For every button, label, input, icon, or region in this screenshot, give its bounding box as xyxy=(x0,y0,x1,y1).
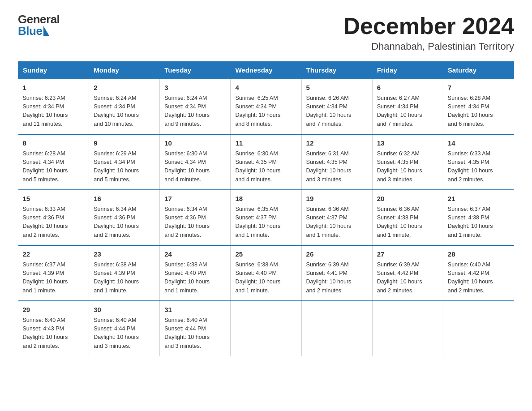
day-number: 4 xyxy=(235,83,296,93)
calendar-day-cell: 12Sunrise: 6:31 AMSunset: 4:35 PMDayligh… xyxy=(301,134,372,190)
day-info: Sunrise: 6:37 AMSunset: 4:39 PMDaylight:… xyxy=(23,261,85,295)
day-info: Sunrise: 6:40 AMSunset: 4:44 PMDaylight:… xyxy=(94,316,155,351)
day-number: 3 xyxy=(164,83,226,93)
day-number: 26 xyxy=(306,249,368,260)
title-area: December 2024 Dhannabah, Palestinian Ter… xyxy=(343,13,514,52)
day-number: 10 xyxy=(164,138,226,149)
calendar-day-cell: 5Sunrise: 6:26 AMSunset: 4:34 PMDaylight… xyxy=(301,79,372,134)
calendar-day-cell: 16Sunrise: 6:34 AMSunset: 4:36 PMDayligh… xyxy=(89,190,160,245)
calendar-day-cell: 14Sunrise: 6:33 AMSunset: 4:35 PMDayligh… xyxy=(443,134,514,190)
day-info: Sunrise: 6:35 AMSunset: 4:37 PMDaylight:… xyxy=(235,205,296,240)
day-number: 29 xyxy=(23,305,85,315)
day-header-friday: Friday xyxy=(372,62,443,79)
calendar-week-row: 8Sunrise: 6:28 AMSunset: 4:34 PMDaylight… xyxy=(18,134,514,190)
day-info: Sunrise: 6:38 AMSunset: 4:40 PMDaylight:… xyxy=(164,261,226,295)
day-info: Sunrise: 6:29 AMSunset: 4:34 PMDaylight:… xyxy=(94,150,155,184)
day-info: Sunrise: 6:40 AMSunset: 4:43 PMDaylight:… xyxy=(23,316,85,351)
day-info: Sunrise: 6:33 AMSunset: 4:36 PMDaylight:… xyxy=(23,205,85,240)
calendar-day-cell: 4Sunrise: 6:25 AMSunset: 4:34 PMDaylight… xyxy=(231,79,301,134)
day-info: Sunrise: 6:28 AMSunset: 4:34 PMDaylight:… xyxy=(448,94,510,129)
day-info: Sunrise: 6:27 AMSunset: 4:34 PMDaylight:… xyxy=(377,94,438,129)
day-info: Sunrise: 6:34 AMSunset: 4:36 PMDaylight:… xyxy=(164,205,226,240)
day-number: 6 xyxy=(377,83,438,93)
calendar-week-row: 15Sunrise: 6:33 AMSunset: 4:36 PMDayligh… xyxy=(18,190,514,245)
day-number: 21 xyxy=(448,194,510,204)
calendar-day-cell: 17Sunrise: 6:34 AMSunset: 4:36 PMDayligh… xyxy=(160,190,231,245)
day-number: 8 xyxy=(23,138,85,149)
day-number: 16 xyxy=(94,194,155,204)
day-number: 11 xyxy=(235,138,296,149)
day-info: Sunrise: 6:37 AMSunset: 4:38 PMDaylight:… xyxy=(448,205,510,240)
calendar-day-cell: 13Sunrise: 6:32 AMSunset: 4:35 PMDayligh… xyxy=(372,134,443,190)
calendar-day-cell: 8Sunrise: 6:28 AMSunset: 4:34 PMDaylight… xyxy=(18,134,89,190)
day-number: 31 xyxy=(164,305,226,315)
calendar-day-cell: 9Sunrise: 6:29 AMSunset: 4:34 PMDaylight… xyxy=(89,134,160,190)
day-number: 19 xyxy=(306,194,368,204)
calendar-day-cell: 10Sunrise: 6:30 AMSunset: 4:34 PMDayligh… xyxy=(160,134,231,190)
calendar-day-cell: 7Sunrise: 6:28 AMSunset: 4:34 PMDaylight… xyxy=(443,79,514,134)
day-info: Sunrise: 6:23 AMSunset: 4:34 PMDaylight:… xyxy=(23,94,85,129)
day-info: Sunrise: 6:36 AMSunset: 4:38 PMDaylight:… xyxy=(377,205,438,240)
day-info: Sunrise: 6:36 AMSunset: 4:37 PMDaylight:… xyxy=(306,205,368,240)
calendar-empty-cell xyxy=(372,301,443,356)
day-info: Sunrise: 6:30 AMSunset: 4:34 PMDaylight:… xyxy=(164,150,226,184)
day-info: Sunrise: 6:38 AMSunset: 4:40 PMDaylight:… xyxy=(235,261,296,295)
day-info: Sunrise: 6:40 AMSunset: 4:44 PMDaylight:… xyxy=(164,316,226,351)
day-number: 30 xyxy=(94,305,155,315)
day-number: 7 xyxy=(448,83,510,93)
day-number: 22 xyxy=(23,249,85,260)
day-number: 15 xyxy=(23,194,85,204)
day-number: 2 xyxy=(94,83,155,93)
calendar-day-cell: 31Sunrise: 6:40 AMSunset: 4:44 PMDayligh… xyxy=(160,301,231,356)
day-info: Sunrise: 6:25 AMSunset: 4:34 PMDaylight:… xyxy=(235,94,296,129)
day-number: 28 xyxy=(448,249,510,260)
day-info: Sunrise: 6:26 AMSunset: 4:34 PMDaylight:… xyxy=(306,94,368,129)
calendar-week-row: 29Sunrise: 6:40 AMSunset: 4:43 PMDayligh… xyxy=(18,301,514,356)
day-info: Sunrise: 6:38 AMSunset: 4:39 PMDaylight:… xyxy=(94,261,155,295)
calendar-day-cell: 22Sunrise: 6:37 AMSunset: 4:39 PMDayligh… xyxy=(18,245,89,301)
calendar-day-cell: 23Sunrise: 6:38 AMSunset: 4:39 PMDayligh… xyxy=(89,245,160,301)
calendar-day-cell: 15Sunrise: 6:33 AMSunset: 4:36 PMDayligh… xyxy=(18,190,89,245)
calendar-table: SundayMondayTuesdayWednesdayThursdayFrid… xyxy=(18,61,514,356)
calendar-day-cell: 20Sunrise: 6:36 AMSunset: 4:38 PMDayligh… xyxy=(372,190,443,245)
day-number: 9 xyxy=(94,138,155,149)
day-number: 18 xyxy=(235,194,296,204)
logo: General Blue xyxy=(18,13,60,37)
calendar-day-cell: 24Sunrise: 6:38 AMSunset: 4:40 PMDayligh… xyxy=(160,245,231,301)
logo-blue-text: Blue xyxy=(18,25,42,37)
calendar-day-cell: 25Sunrise: 6:38 AMSunset: 4:40 PMDayligh… xyxy=(231,245,301,301)
location-title: Dhannabah, Palestinian Territory xyxy=(343,41,514,52)
day-number: 27 xyxy=(377,249,438,260)
day-number: 13 xyxy=(377,138,438,149)
calendar-day-cell: 30Sunrise: 6:40 AMSunset: 4:44 PMDayligh… xyxy=(89,301,160,356)
calendar-week-row: 1Sunrise: 6:23 AMSunset: 4:34 PMDaylight… xyxy=(18,79,514,134)
calendar-day-cell: 2Sunrise: 6:24 AMSunset: 4:34 PMDaylight… xyxy=(89,79,160,134)
day-header-monday: Monday xyxy=(89,62,160,79)
calendar-day-cell: 28Sunrise: 6:40 AMSunset: 4:42 PMDayligh… xyxy=(443,245,514,301)
day-number: 5 xyxy=(306,83,368,93)
day-number: 1 xyxy=(23,83,85,93)
calendar-day-cell: 21Sunrise: 6:37 AMSunset: 4:38 PMDayligh… xyxy=(443,190,514,245)
day-header-sunday: Sunday xyxy=(18,62,89,79)
calendar-empty-cell xyxy=(231,301,301,356)
day-info: Sunrise: 6:34 AMSunset: 4:36 PMDaylight:… xyxy=(94,205,155,240)
day-info: Sunrise: 6:24 AMSunset: 4:34 PMDaylight:… xyxy=(94,94,155,129)
calendar-day-cell: 11Sunrise: 6:30 AMSunset: 4:35 PMDayligh… xyxy=(231,134,301,190)
day-info: Sunrise: 6:39 AMSunset: 4:42 PMDaylight:… xyxy=(377,261,438,295)
day-info: Sunrise: 6:28 AMSunset: 4:34 PMDaylight:… xyxy=(23,150,85,184)
day-number: 24 xyxy=(164,249,226,260)
day-info: Sunrise: 6:40 AMSunset: 4:42 PMDaylight:… xyxy=(448,261,510,295)
day-number: 14 xyxy=(448,138,510,149)
calendar-day-cell: 26Sunrise: 6:39 AMSunset: 4:41 PMDayligh… xyxy=(301,245,372,301)
day-info: Sunrise: 6:31 AMSunset: 4:35 PMDaylight:… xyxy=(306,150,368,184)
day-number: 20 xyxy=(377,194,438,204)
day-info: Sunrise: 6:30 AMSunset: 4:35 PMDaylight:… xyxy=(235,150,296,184)
day-number: 25 xyxy=(235,249,296,260)
day-header-tuesday: Tuesday xyxy=(160,62,231,79)
day-number: 17 xyxy=(164,194,226,204)
calendar-week-row: 22Sunrise: 6:37 AMSunset: 4:39 PMDayligh… xyxy=(18,245,514,301)
calendar-day-cell: 6Sunrise: 6:27 AMSunset: 4:34 PMDaylight… xyxy=(372,79,443,134)
day-info: Sunrise: 6:24 AMSunset: 4:34 PMDaylight:… xyxy=(164,94,226,129)
day-info: Sunrise: 6:39 AMSunset: 4:41 PMDaylight:… xyxy=(306,261,368,295)
calendar-empty-cell xyxy=(443,301,514,356)
